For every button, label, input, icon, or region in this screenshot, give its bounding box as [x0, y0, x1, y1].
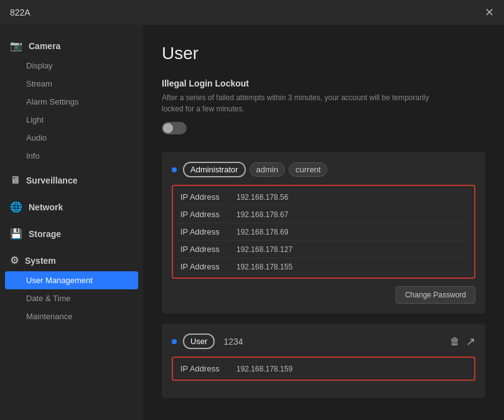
system-icon: ⚙ — [10, 254, 19, 266]
table-row: IP Address 192.168.178.155 — [178, 258, 469, 275]
lockout-section: Illegal Login Lockout After a series of … — [162, 78, 485, 134]
table-row: IP Address 192.168.178.67 — [178, 206, 469, 223]
edit-icon[interactable]: ↗ — [466, 335, 475, 348]
sidebar-item-info[interactable]: Info — [0, 147, 143, 165]
sidebar-section-label-network: Network — [29, 202, 63, 212]
window-title: 822A — [10, 7, 30, 17]
sidebar-section-surveillance: 🖥 Surveillance — [0, 170, 143, 191]
sidebar-section-label-storage: Storage — [29, 229, 61, 239]
lockout-toggle[interactable] — [162, 122, 187, 134]
change-password-button[interactable]: Change Password — [396, 286, 475, 304]
ip-value: 192.168.178.159 — [236, 365, 292, 373]
user-card-header: User 1234 🗑 ↗ — [172, 334, 475, 349]
admin-badge-current[interactable]: current — [289, 162, 327, 177]
user-dot — [172, 339, 177, 344]
ip-value: 192.168.178.127 — [236, 245, 292, 254]
ip-value: 192.168.178.155 — [236, 263, 292, 271]
storage-icon: 💾 — [10, 228, 22, 240]
sidebar-section-header-storage[interactable]: 💾 Storage — [0, 223, 143, 245]
sidebar-section-header-camera: 📷 Camera — [0, 35, 143, 57]
sidebar-item-stream[interactable]: Stream — [0, 75, 143, 93]
admin-dot — [172, 167, 177, 172]
ip-label: IP Address — [180, 262, 236, 271]
table-row: IP Address 192.168.178.127 — [178, 241, 469, 258]
admin-card-header: Administrator admin current — [172, 162, 475, 177]
admin-badge-administrator[interactable]: Administrator — [183, 162, 246, 177]
user-ip-table: IP Address 192.168.178.159 — [172, 357, 475, 381]
camera-icon: 📷 — [10, 40, 22, 52]
table-row: IP Address 192.168.178.159 — [178, 360, 469, 377]
body: 📷 Camera Display Stream Alarm Settings L… — [0, 25, 504, 420]
user-card: User 1234 🗑 ↗ IP Address 192.168.178.159 — [162, 324, 485, 398]
ip-label: IP Address — [180, 210, 236, 219]
delete-icon[interactable]: 🗑 — [450, 336, 460, 347]
sidebar-section-label-system: System — [25, 256, 56, 266]
lockout-description: After a series of failed attempts within… — [162, 92, 429, 114]
sidebar-section-network: 🌐 Network — [0, 196, 143, 218]
ip-value: 192.168.178.56 — [236, 193, 288, 202]
sidebar-section-storage: 💾 Storage — [0, 223, 143, 245]
table-row: IP Address 192.168.178.56 — [178, 189, 469, 206]
admin-card-footer: Change Password — [172, 286, 475, 304]
sidebar-item-maintenance[interactable]: Maintenance — [0, 307, 143, 325]
sidebar-section-header-network[interactable]: 🌐 Network — [0, 196, 143, 218]
sidebar-section-system: ⚙ System User Management Date & Time Mai… — [0, 250, 143, 325]
page-title: User — [162, 44, 485, 63]
sidebar-section-header-system[interactable]: ⚙ System — [0, 250, 143, 271]
ip-label: IP Address — [180, 364, 236, 373]
sidebar-section-camera: 📷 Camera Display Stream Alarm Settings L… — [0, 35, 143, 165]
ip-value: 192.168.178.69 — [236, 228, 288, 236]
sidebar-item-light[interactable]: Light — [0, 111, 143, 129]
titlebar: 822A ✕ — [0, 0, 504, 25]
user-id: 1234 — [223, 337, 243, 347]
sidebar-item-date-time[interactable]: Date & Time — [0, 289, 143, 307]
sidebar-section-label-camera: Camera — [29, 41, 60, 51]
sidebar-item-audio[interactable]: Audio — [0, 129, 143, 147]
ip-label: IP Address — [180, 227, 236, 236]
lockout-title: Illegal Login Lockout — [162, 78, 485, 88]
user-header-left: User 1234 — [172, 334, 243, 349]
sidebar-item-alarm-settings[interactable]: Alarm Settings — [0, 93, 143, 111]
user-badge-user[interactable]: User — [183, 334, 215, 349]
main-window: 822A ✕ 📷 Camera Display Stream Alarm Set… — [0, 0, 504, 420]
sidebar-section-header-surveillance[interactable]: 🖥 Surveillance — [0, 170, 143, 191]
surveillance-icon: 🖥 — [10, 175, 20, 186]
ip-value: 192.168.178.67 — [236, 210, 288, 219]
table-row: IP Address 192.168.178.69 — [178, 223, 469, 241]
close-button[interactable]: ✕ — [485, 7, 494, 18]
main-content: User Illegal Login Lockout After a serie… — [143, 25, 504, 420]
sidebar: 📷 Camera Display Stream Alarm Settings L… — [0, 25, 143, 420]
admin-card: Administrator admin current IP Address 1… — [162, 152, 485, 314]
admin-badge-admin[interactable]: admin — [250, 162, 285, 177]
network-icon: 🌐 — [10, 201, 22, 213]
toggle-knob — [163, 123, 173, 133]
admin-ip-table: IP Address 192.168.178.56 IP Address 192… — [172, 185, 475, 279]
ip-label: IP Address — [180, 192, 236, 202]
sidebar-section-label-surveillance: Surveillance — [26, 175, 78, 185]
user-header-actions: 🗑 ↗ — [450, 335, 475, 348]
sidebar-item-display[interactable]: Display — [0, 57, 143, 75]
sidebar-item-user-management[interactable]: User Management — [5, 271, 138, 289]
ip-label: IP Address — [180, 245, 236, 254]
